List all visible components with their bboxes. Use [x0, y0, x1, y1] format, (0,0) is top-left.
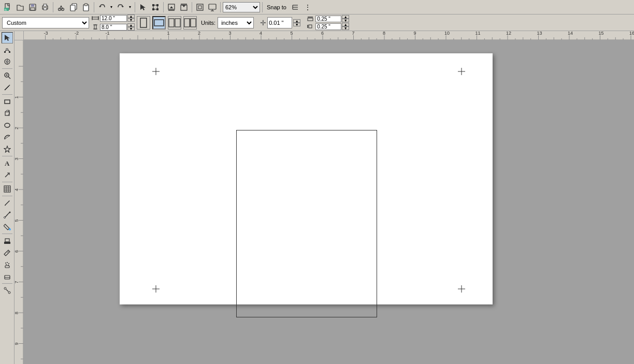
screen-icon[interactable] [207, 2, 218, 13]
drawing-canvas[interactable] [24, 40, 634, 364]
margin-side-up-btn[interactable]: ▲ [342, 23, 349, 26]
print-icon[interactable] [39, 2, 51, 13]
measure-tool-btn[interactable] [2, 82, 13, 93]
selector-tool-icon[interactable] [137, 2, 149, 13]
width-down-btn[interactable]: ▼ [127, 18, 135, 22]
svg-point-105 [4, 287, 6, 289]
frame-view-icon[interactable] [194, 2, 206, 13]
node-tool-btn[interactable] [2, 44, 13, 55]
canvas-area [15, 31, 634, 364]
corner-box [15, 31, 24, 40]
svg-point-78 [5, 123, 10, 127]
svg-point-98 [7, 262, 8, 263]
height-up-btn[interactable]: ▲ [127, 23, 135, 27]
open-file-icon[interactable] [15, 2, 26, 13]
pencil-tool-btn[interactable] [2, 197, 13, 209]
facing-pages-btn[interactable] [168, 16, 181, 30]
svg-marker-30 [182, 5, 185, 7]
svg-rect-49 [169, 19, 174, 27]
svg-rect-102 [5, 266, 9, 268]
node-tool-icon[interactable] [150, 2, 161, 13]
page-height-input[interactable] [100, 24, 127, 31]
landscape-btn[interactable] [152, 16, 166, 30]
text-tool-btn[interactable]: A [2, 157, 13, 169]
units-select[interactable]: inches cm mm points picas [218, 17, 254, 28]
connector-tool-btn[interactable] [2, 285, 13, 296]
width-dim-icon [91, 14, 99, 22]
selector-tool-btn[interactable] [2, 32, 13, 43]
margin-top-down-btn[interactable]: ▼ [342, 19, 349, 22]
import-icon[interactable] [166, 2, 177, 13]
svg-rect-94 [4, 242, 10, 244]
svg-line-107 [6, 289, 8, 292]
page-size-select[interactable]: Custom Letter A4 Legal Tabloid [2, 17, 89, 28]
booklet-btn[interactable] [183, 16, 197, 30]
margin-side-input[interactable] [315, 23, 341, 30]
redo-icon[interactable] [115, 2, 126, 13]
svg-marker-58 [5, 35, 10, 41]
toolbox: A [0, 31, 15, 364]
cut-icon[interactable] [55, 2, 67, 13]
margin-top-input[interactable] [315, 16, 341, 22]
tweak-tool-btn[interactable] [2, 56, 13, 67]
svg-line-67 [8, 77, 10, 79]
svg-text:N: N [5, 8, 7, 11]
sep4 [163, 2, 164, 12]
svg-rect-75 [5, 100, 10, 104]
width-up-btn[interactable]: ▲ [127, 14, 135, 18]
zoom-tool-btn[interactable] [2, 70, 13, 81]
tool-sep7 [2, 283, 12, 284]
copy-icon[interactable] [68, 2, 79, 13]
height-spinner: ▲ ▼ [127, 23, 135, 31]
sep7 [262, 2, 263, 12]
arrow-tool-btn[interactable] [2, 169, 13, 181]
margin-top-up-btn[interactable]: ▲ [342, 15, 349, 19]
svg-marker-27 [170, 6, 173, 8]
paste-icon[interactable] [80, 2, 92, 13]
undo-icon[interactable] [96, 2, 108, 13]
margin-rect [236, 130, 377, 317]
sep2 [94, 2, 94, 12]
snap-options-icon[interactable]: ⋮ [302, 2, 313, 13]
table-tool-btn[interactable] [2, 183, 13, 195]
ellipse-tool-btn[interactable] [2, 120, 13, 131]
export-icon[interactable] [178, 2, 190, 13]
fill-tool-btn[interactable] [2, 235, 13, 246]
margin-side-down-btn[interactable]: ▼ [342, 26, 349, 30]
svg-rect-95 [5, 239, 9, 242]
svg-rect-16 [84, 4, 88, 6]
margin-side-spinner: ▲ ▼ [342, 23, 349, 30]
snap-icon[interactable] [290, 2, 301, 13]
rect-tool-btn[interactable] [2, 96, 13, 107]
undo-dropdown[interactable]: ▾ [109, 2, 114, 13]
eraser-tool-btn[interactable] [2, 271, 13, 282]
arc-tool-btn[interactable] [2, 132, 13, 143]
svg-point-63 [6, 61, 8, 63]
nudge-group: ✛ ▲ ▼ [260, 17, 300, 28]
save-icon[interactable] [27, 2, 38, 13]
paint-bucket-btn[interactable] [2, 221, 13, 232]
redo-dropdown[interactable]: ▾ [127, 2, 133, 13]
svg-rect-5 [31, 8, 35, 10]
nudge-down-btn[interactable]: ▼ [293, 23, 300, 26]
pen-tool-btn[interactable] [2, 209, 13, 221]
portrait-btn[interactable] [137, 16, 150, 30]
height-down-btn[interactable]: ▼ [127, 27, 135, 31]
zoom-select[interactable]: 50% 62% 75% 100% 150% 200% [223, 2, 260, 12]
new-file-icon[interactable]: N [2, 2, 13, 13]
nudge-up-btn[interactable]: ▲ [293, 19, 300, 23]
svg-point-106 [8, 292, 10, 294]
spray-tool-btn[interactable] [2, 259, 13, 270]
sep1 [53, 2, 53, 12]
horizontal-ruler [24, 31, 634, 40]
svg-point-93 [9, 228, 11, 230]
nudge-input[interactable] [267, 17, 292, 28]
tool-sep6 [2, 234, 12, 234]
top-ruler-row [15, 31, 634, 40]
svg-rect-44 [94, 25, 96, 29]
svg-point-100 [6, 264, 7, 265]
star-tool-btn[interactable] [2, 143, 13, 155]
3d-box-tool-btn[interactable] [2, 108, 13, 119]
page-width-input[interactable] [100, 15, 127, 22]
dropper-tool-btn[interactable] [2, 247, 13, 258]
